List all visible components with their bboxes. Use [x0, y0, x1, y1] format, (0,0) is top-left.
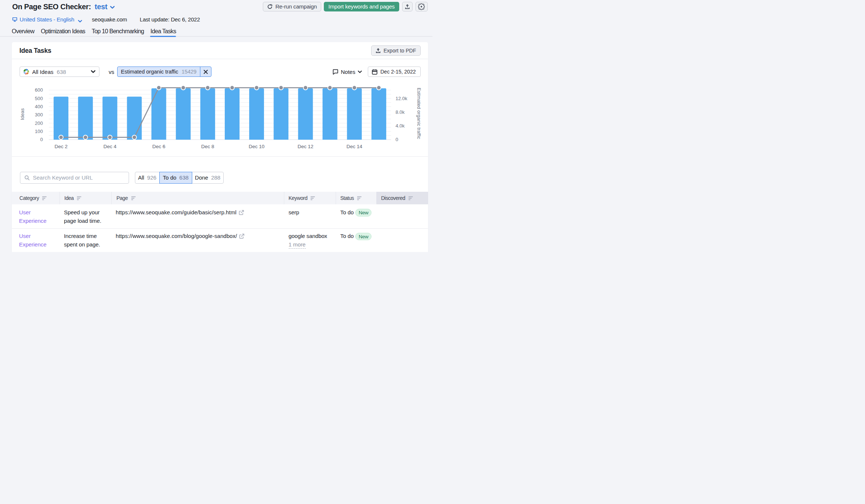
svg-text:Dec 8: Dec 8 [201, 144, 214, 149]
svg-text:Dec 4: Dec 4 [104, 144, 117, 149]
svg-text:Dec 10: Dec 10 [249, 144, 265, 149]
svg-text:100: 100 [35, 129, 43, 134]
svg-text:Dec 14: Dec 14 [346, 144, 362, 149]
svg-text:500: 500 [35, 96, 43, 101]
svg-text:300: 300 [35, 112, 43, 118]
svg-text:Dec 2: Dec 2 [54, 144, 67, 149]
svg-text:0: 0 [396, 137, 398, 142]
svg-text:Dec 12: Dec 12 [298, 144, 313, 149]
svg-text:0: 0 [40, 137, 43, 142]
svg-text:Dec 6: Dec 6 [152, 144, 165, 149]
svg-text:Ideas: Ideas [20, 108, 25, 120]
svg-text:12.0k: 12.0k [396, 96, 407, 101]
svg-text:Estimated organic traffic: Estimated organic traffic [416, 88, 422, 139]
svg-text:8.0k: 8.0k [396, 109, 405, 115]
svg-text:400: 400 [35, 104, 43, 109]
svg-text:4.0k: 4.0k [396, 123, 405, 129]
svg-text:600: 600 [35, 87, 43, 93]
svg-text:200: 200 [35, 120, 43, 126]
